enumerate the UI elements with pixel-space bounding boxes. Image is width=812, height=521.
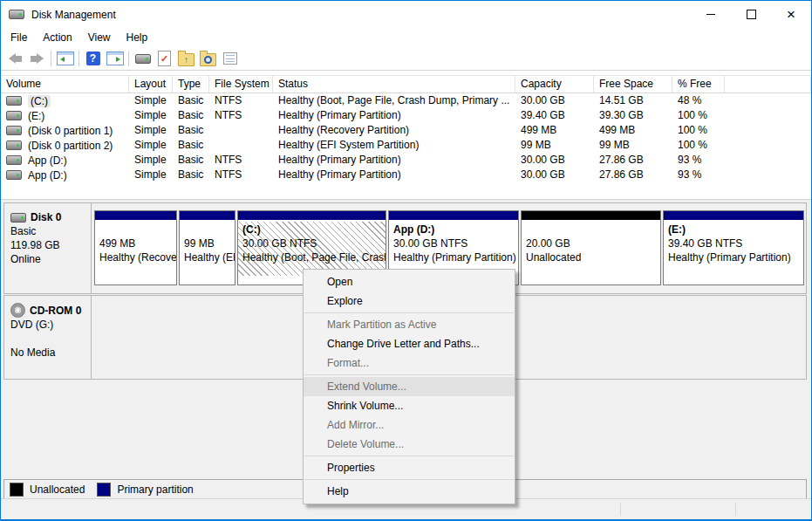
toolbar-separator [128, 51, 129, 66]
cdrom-media: DVD (G:) [10, 318, 87, 332]
partition-color-band [522, 211, 660, 222]
forward-button[interactable] [26, 49, 48, 68]
col-free-space[interactable]: Free Space [594, 76, 672, 93]
menu-item-delete-volume: Delete Volume... [304, 435, 515, 454]
menu-item-help[interactable]: Help [304, 482, 515, 501]
status-bar-divider [735, 503, 736, 516]
volume-table-header: Volume Layout Type File System Status Ca… [1, 75, 811, 93]
primary-partition-swatch [97, 483, 111, 497]
volume-icon [6, 155, 22, 165]
window-title: Disk Management [31, 9, 116, 21]
back-button[interactable] [4, 49, 26, 68]
check-document-button[interactable]: ✓ [154, 49, 175, 68]
table-row[interactable]: (Disk 0 partition 2) Simple Basic Health… [1, 138, 811, 153]
maximize-icon [747, 10, 756, 19]
table-row[interactable]: (Disk 0 partition 1) Simple Basic Health… [1, 123, 811, 138]
col-type[interactable]: Type [173, 76, 209, 93]
table-row[interactable]: (C:) Simple Basic NTFS Healthy (Boot, Pa… [1, 93, 811, 108]
rescan-disks-button[interactable] [132, 49, 154, 68]
disk-0-status: Online [10, 252, 87, 266]
maximize-button[interactable] [731, 1, 771, 28]
col-capacity[interactable]: Capacity [515, 76, 594, 93]
menu-help[interactable]: Help [119, 29, 156, 46]
col-volume[interactable]: Volume [1, 76, 129, 93]
partition-color-band [180, 211, 235, 222]
properties-list-icon [223, 52, 237, 65]
close-button[interactable]: × [771, 1, 811, 28]
toolbar-separator [51, 51, 51, 66]
disk-icon [10, 213, 26, 223]
menu-item-mark-partition-active: Mark Partition as Active [304, 315, 515, 334]
partition-color-band [389, 211, 518, 222]
partition-color-band [238, 211, 386, 222]
show-console-tree-button[interactable] [54, 49, 76, 68]
col-file-system[interactable]: File System [209, 76, 273, 93]
menu-item-format: Format... [304, 353, 515, 373]
check-document-icon: ✓ [158, 51, 171, 66]
volume-icon [6, 111, 22, 120]
menu-view[interactable]: View [80, 29, 119, 46]
console-tree-icon [57, 51, 74, 65]
status-bar-divider [620, 503, 621, 516]
toolbar-separator [78, 51, 79, 66]
disk-management-window: Disk Management × File Action View Help … [0, 0, 812, 521]
menu-item-explore[interactable]: Explore [304, 291, 515, 311]
disk-0-type: Basic [10, 224, 87, 238]
export-folder-button[interactable]: ↑ [175, 49, 197, 68]
cdrom-status: No Media [10, 346, 87, 360]
show-action-pane-button[interactable] [104, 49, 126, 68]
volume-icon [6, 170, 22, 180]
partition-context-menu: Open Explore Mark Partition as Active Ch… [303, 269, 515, 504]
cdrom-0-label-panel[interactable]: CD-ROM 0 DVD (G:) No Media [4, 296, 92, 379]
cdrom-icon [10, 303, 25, 318]
volume-icon [6, 126, 22, 135]
menu-separator [304, 479, 514, 480]
menu-item-properties[interactable]: Properties [304, 458, 515, 477]
menu-separator [304, 374, 514, 375]
menu-file[interactable]: File [3, 29, 35, 46]
minimize-button[interactable] [691, 1, 731, 28]
col-status[interactable]: Status [273, 76, 515, 93]
menu-action[interactable]: Action [35, 29, 79, 46]
menu-item-open[interactable]: Open [304, 272, 515, 291]
menu-item-change-drive-letter[interactable]: Change Drive Letter and Paths... [304, 334, 515, 353]
minimize-icon [706, 14, 715, 15]
legend-unallocated: Unallocated [10, 483, 85, 497]
partition-efi[interactable]: 99 MB Healthy (EFI System Partition) [179, 210, 235, 285]
find-folder-button[interactable] [197, 49, 219, 68]
disk-0-size: 119.98 GB [10, 238, 87, 252]
app-drive-icon [9, 10, 24, 19]
partition-color-band [664, 211, 803, 222]
partition-e[interactable]: (E:) 39.40 GB NTFS Healthy (Primary Part… [663, 210, 804, 285]
properties-list-button[interactable] [219, 49, 241, 68]
rescan-disks-icon [135, 54, 151, 64]
menu-item-shrink-volume[interactable]: Shrink Volume... [304, 396, 515, 415]
table-row[interactable]: App (D:) Simple Basic NTFS Healthy (Prim… [1, 168, 811, 182]
volume-icon [6, 96, 22, 106]
forward-icon [31, 53, 44, 64]
find-folder-icon [200, 53, 216, 66]
partition-color-band [95, 211, 176, 222]
menu-item-add-mirror: Add Mirror... [304, 415, 515, 435]
col-layout[interactable]: Layout [129, 76, 173, 93]
close-icon: × [787, 7, 795, 22]
window-controls: × [691, 1, 811, 28]
col-filler [725, 76, 811, 93]
action-pane-icon [106, 51, 124, 65]
toolbar: ? ✓ ↑ [1, 47, 811, 71]
unallocated-swatch [10, 483, 24, 497]
menu-separator [304, 312, 514, 313]
title-bar: Disk Management × [1, 1, 811, 28]
back-icon [9, 53, 22, 64]
help-button[interactable]: ? [82, 49, 104, 68]
disk-0-label-panel[interactable]: Disk 0 Basic 119.98 GB Online [4, 203, 92, 293]
table-row[interactable]: (E:) Simple Basic NTFS Healthy (Primary … [1, 108, 811, 123]
menu-separator [304, 456, 514, 456]
menu-bar: File Action View Help [1, 28, 811, 47]
partition-unallocated[interactable]: 20.00 GB Unallocated [521, 210, 661, 285]
volume-icon [6, 141, 22, 150]
menu-item-extend-volume: Extend Volume... [304, 377, 515, 396]
partition-recovery[interactable]: 499 MB Healthy (Recovery Partition) [94, 210, 177, 285]
col-pct-free[interactable]: % Free [672, 76, 725, 93]
table-row[interactable]: App (D:) Simple Basic NTFS Healthy (Prim… [1, 153, 811, 168]
